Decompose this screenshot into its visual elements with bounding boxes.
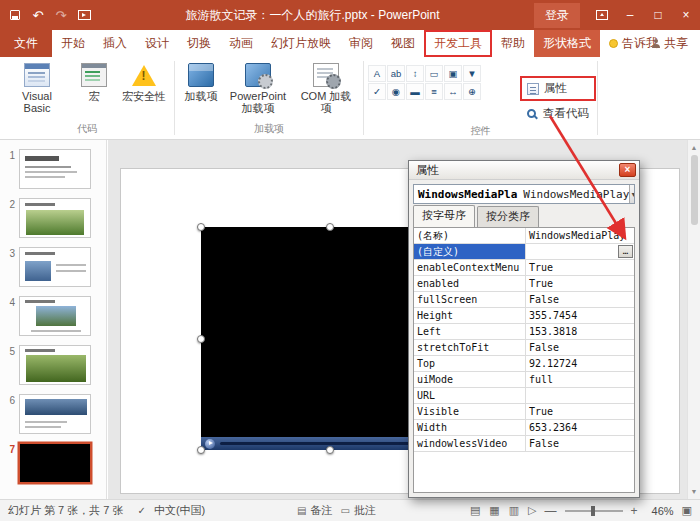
macros-button[interactable]: 宏 (72, 59, 116, 102)
property-row[interactable]: Visible True (414, 404, 634, 420)
control-icon[interactable]: ≡ (425, 83, 443, 100)
object-selector-dropdown[interactable]: WindowsMediaPla WindowsMediaPlay ▼ (413, 184, 635, 204)
scrollbar-thumb[interactable] (691, 155, 698, 225)
view-code-button[interactable]: 查看代码 (523, 104, 593, 123)
redo-button[interactable]: ↷ (54, 6, 68, 24)
ribbon-tab[interactable]: 文件 (0, 30, 52, 57)
ribbon-tab[interactable]: 切换 (178, 30, 220, 57)
view-button[interactable]: ▷ (528, 504, 536, 517)
comments-button[interactable]: ▭ 批注 (340, 503, 375, 518)
control-icon[interactable]: ✓ (368, 83, 386, 100)
control-icon[interactable]: ▼ (463, 65, 481, 82)
property-row[interactable]: URL (414, 388, 634, 404)
ribbon-display-options-button[interactable] (588, 0, 616, 30)
dropdown-arrow-icon[interactable]: ▼ (629, 185, 635, 203)
language-indicator[interactable]: 中文(中国) (154, 503, 205, 518)
slide-thumbnail[interactable] (19, 345, 91, 385)
zoom-out-button[interactable]: — (545, 504, 557, 518)
undo-button[interactable]: ↶ (31, 6, 45, 24)
fit-to-window-button[interactable]: ▣ (682, 504, 692, 517)
property-row[interactable]: enableContextMenu True (414, 260, 634, 276)
property-row[interactable]: enabled True (414, 276, 634, 292)
slide-thumbnail[interactable] (19, 394, 91, 434)
control-icon[interactable]: ◉ (387, 83, 405, 100)
resize-handle-w[interactable] (197, 335, 205, 343)
property-row[interactable]: windowlessVideo False (414, 436, 634, 452)
visual-basic-button[interactable]: Visual Basic (4, 59, 70, 114)
com-addins-button[interactable]: COM 加载项 (293, 59, 359, 114)
ribbon-tab[interactable]: 插入 (94, 30, 136, 57)
control-icon[interactable]: ▣ (444, 65, 462, 82)
zoom-level[interactable]: 46% (646, 505, 674, 517)
start-slideshow-button[interactable] (77, 6, 91, 24)
properties-button[interactable]: 属性 (523, 79, 593, 98)
slide-thumbnail[interactable] (19, 198, 91, 238)
view-button[interactable]: ▥ (509, 504, 519, 517)
zoom-slider-thumb[interactable] (591, 506, 595, 516)
slide-thumbnail[interactable] (19, 296, 91, 336)
slide-thumbnail[interactable] (19, 443, 91, 483)
ribbon-tab-label: 开始 (61, 35, 85, 52)
spellcheck-icon[interactable]: ✓ (138, 505, 146, 516)
ribbon-tab-label: 审阅 (349, 35, 373, 52)
resize-handle-sw[interactable] (197, 446, 205, 454)
control-icon[interactable]: ▭ (425, 65, 443, 82)
control-icon[interactable]: ⊕ (463, 83, 481, 100)
ribbon-tab[interactable]: 动画 (220, 30, 262, 57)
notes-button[interactable]: ▤ 备注 (297, 503, 332, 518)
ribbon-tab[interactable]: 幻灯片放映 (262, 30, 340, 57)
maximize-button[interactable]: □ (644, 0, 672, 30)
view-button[interactable]: ▤ (470, 504, 480, 517)
property-row[interactable]: Height 355.7454 (414, 308, 634, 324)
ribbon-tab[interactable]: 开发工具 (424, 30, 492, 57)
property-name: URL (414, 388, 526, 403)
property-row[interactable]: (名称) WindowsMediaPlay (414, 228, 634, 244)
slide-thumbnail[interactable] (19, 247, 91, 287)
ribbon-tab[interactable]: 形状格式 (534, 30, 600, 57)
ribbon-tab[interactable]: 视图 (382, 30, 424, 57)
view-button[interactable]: ▦ (489, 504, 499, 517)
ribbon-tab[interactable]: 设计 (136, 30, 178, 57)
tab-categorized[interactable]: 按分类序 (477, 206, 539, 227)
media-progress-track[interactable] (220, 442, 440, 445)
property-row[interactable]: Top 92.12724 (414, 356, 634, 372)
control-icon[interactable]: ab (387, 65, 405, 82)
control-icon[interactable]: ↕ (406, 65, 424, 82)
control-icon[interactable]: ▬ (406, 83, 424, 100)
save-button[interactable] (8, 6, 22, 24)
properties-label: 属性 (544, 81, 567, 96)
property-row[interactable]: (自定义) … (414, 244, 634, 260)
control-icon[interactable]: A (368, 65, 386, 82)
ellipsis-button[interactable]: … (618, 245, 633, 258)
resize-handle-n[interactable] (326, 223, 334, 231)
close-button[interactable]: × (672, 0, 700, 30)
property-row[interactable]: Width 653.2364 (414, 420, 634, 436)
ribbon-tab[interactable]: 审阅 (340, 30, 382, 57)
zoom-slider[interactable] (565, 510, 623, 512)
properties-window-titlebar[interactable]: 属性 × (409, 161, 639, 180)
play-button[interactable] (205, 439, 215, 449)
macro-security-button[interactable]: 宏安全性 (118, 59, 170, 102)
properties-close-button[interactable]: × (619, 163, 636, 177)
resize-handle-nw[interactable] (197, 223, 205, 231)
addins-button[interactable]: 加载项 (179, 59, 223, 102)
resize-handle-s[interactable] (326, 446, 334, 454)
zoom-in-button[interactable]: + (631, 504, 638, 518)
property-value: WindowsMediaPlay (526, 228, 634, 243)
slide-thumbnail[interactable] (19, 149, 91, 189)
login-button[interactable]: 登录 (534, 3, 580, 28)
minimize-button[interactable]: – (616, 0, 644, 30)
property-row[interactable]: stretchToFit False (414, 340, 634, 356)
property-row[interactable]: Left 153.3818 (414, 324, 634, 340)
property-row[interactable]: uiMode full (414, 372, 634, 388)
powerpoint-addins-button[interactable]: PowerPoint 加载项 (225, 59, 291, 114)
tab-alphabetic[interactable]: 按字母序 (413, 205, 475, 227)
scroll-up-icon[interactable]: ▲ (691, 140, 698, 153)
control-icon[interactable]: ↔ (444, 83, 462, 100)
scroll-down-icon[interactable]: ▼ (691, 486, 698, 499)
property-row[interactable]: fullScreen False (414, 292, 634, 308)
ribbon-tab[interactable]: 帮助 (492, 30, 534, 57)
share-button[interactable]: 共享 (639, 30, 700, 57)
ribbon-tab[interactable]: 开始 (52, 30, 94, 57)
vertical-scrollbar[interactable]: ▲ ▼ (687, 140, 700, 499)
